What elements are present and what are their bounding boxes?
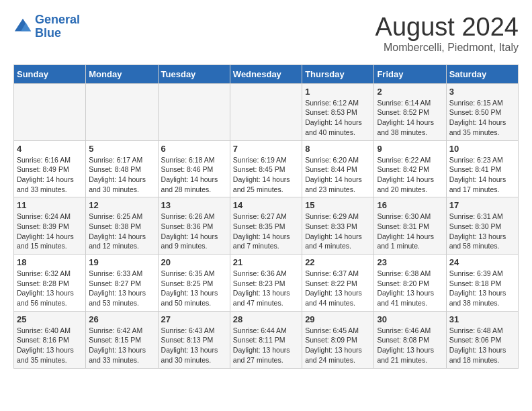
calendar-cell: 29Sunrise: 6:45 AM Sunset: 8:09 PM Dayli… <box>302 311 374 368</box>
day-number: 19 <box>89 257 154 267</box>
calendar-cell: 13Sunrise: 6:26 AM Sunset: 8:36 PM Dayli… <box>158 197 230 255</box>
day-info: Sunrise: 6:15 AM Sunset: 8:50 PM Dayligh… <box>449 98 515 138</box>
day-info: Sunrise: 6:35 AM Sunset: 8:25 PM Dayligh… <box>161 269 227 308</box>
calendar-cell: 4Sunrise: 6:16 AM Sunset: 8:49 PM Daylig… <box>14 140 86 197</box>
day-info: Sunrise: 6:18 AM Sunset: 8:46 PM Dayligh… <box>161 155 227 195</box>
day-number: 2 <box>377 87 443 97</box>
logo-text: General Blue <box>35 13 80 40</box>
day-info: Sunrise: 6:31 AM Sunset: 8:30 PM Dayligh… <box>449 212 515 251</box>
day-info: Sunrise: 6:20 AM Sunset: 8:44 PM Dayligh… <box>305 155 371 195</box>
day-info: Sunrise: 6:43 AM Sunset: 8:13 PM Dayligh… <box>161 326 227 365</box>
day-info: Sunrise: 6:36 AM Sunset: 8:23 PM Dayligh… <box>233 269 299 308</box>
day-info: Sunrise: 6:24 AM Sunset: 8:39 PM Dayligh… <box>17 212 83 251</box>
calendar-cell: 19Sunrise: 6:33 AM Sunset: 8:27 PM Dayli… <box>86 255 158 312</box>
day-number: 26 <box>89 314 154 324</box>
calendar-cell: 23Sunrise: 6:38 AM Sunset: 8:20 PM Dayli… <box>374 255 446 312</box>
day-info: Sunrise: 6:46 AM Sunset: 8:08 PM Dayligh… <box>377 326 443 365</box>
day-info: Sunrise: 6:12 AM Sunset: 8:53 PM Dayligh… <box>305 98 371 138</box>
day-info: Sunrise: 6:19 AM Sunset: 8:45 PM Dayligh… <box>233 155 299 195</box>
day-number: 31 <box>449 314 515 324</box>
day-number: 20 <box>161 257 227 267</box>
calendar-cell: 5Sunrise: 6:17 AM Sunset: 8:48 PM Daylig… <box>86 140 158 197</box>
calendar-cell: 25Sunrise: 6:40 AM Sunset: 8:16 PM Dayli… <box>14 311 86 368</box>
calendar-cell: 22Sunrise: 6:37 AM Sunset: 8:22 PM Dayli… <box>302 255 374 312</box>
day-number: 1 <box>305 87 371 97</box>
calendar-cell: 1Sunrise: 6:12 AM Sunset: 8:53 PM Daylig… <box>302 83 374 140</box>
day-info: Sunrise: 6:22 AM Sunset: 8:42 PM Dayligh… <box>377 155 443 195</box>
day-number: 5 <box>89 144 154 154</box>
day-number: 14 <box>233 200 299 210</box>
day-number: 18 <box>17 257 83 267</box>
day-info: Sunrise: 6:40 AM Sunset: 8:16 PM Dayligh… <box>17 326 83 365</box>
calendar-cell: 10Sunrise: 6:23 AM Sunset: 8:41 PM Dayli… <box>446 140 518 197</box>
day-info: Sunrise: 6:32 AM Sunset: 8:28 PM Dayligh… <box>17 269 83 308</box>
calendar-cell: 18Sunrise: 6:32 AM Sunset: 8:28 PM Dayli… <box>14 255 86 312</box>
day-number: 12 <box>89 200 154 210</box>
day-info: Sunrise: 6:14 AM Sunset: 8:52 PM Dayligh… <box>377 98 443 138</box>
day-header-monday: Monday <box>86 64 158 83</box>
day-number: 22 <box>305 257 371 267</box>
day-number: 28 <box>233 314 299 324</box>
calendar-cell: 31Sunrise: 6:48 AM Sunset: 8:06 PM Dayli… <box>446 311 518 368</box>
day-number: 16 <box>377 200 443 210</box>
day-info: Sunrise: 6:30 AM Sunset: 8:31 PM Dayligh… <box>377 212 443 251</box>
title-block: August 2024 Mombercelli, Piedmont, Italy <box>375 13 519 54</box>
day-header-wednesday: Wednesday <box>230 64 302 83</box>
day-number: 4 <box>17 144 83 154</box>
day-info: Sunrise: 6:26 AM Sunset: 8:36 PM Dayligh… <box>161 212 227 251</box>
day-info: Sunrise: 6:48 AM Sunset: 8:06 PM Dayligh… <box>449 326 515 365</box>
calendar-cell: 16Sunrise: 6:30 AM Sunset: 8:31 PM Dayli… <box>374 197 446 255</box>
calendar-cell: 11Sunrise: 6:24 AM Sunset: 8:39 PM Dayli… <box>14 197 86 255</box>
calendar-table: SundayMondayTuesdayWednesdayThursdayFrid… <box>13 64 519 369</box>
day-info: Sunrise: 6:38 AM Sunset: 8:20 PM Dayligh… <box>377 269 443 308</box>
calendar-cell: 2Sunrise: 6:14 AM Sunset: 8:52 PM Daylig… <box>374 83 446 140</box>
day-info: Sunrise: 6:42 AM Sunset: 8:15 PM Dayligh… <box>89 326 154 365</box>
calendar-cell <box>158 83 230 140</box>
calendar-cell: 14Sunrise: 6:27 AM Sunset: 8:35 PM Dayli… <box>230 197 302 255</box>
calendar-cell: 9Sunrise: 6:22 AM Sunset: 8:42 PM Daylig… <box>374 140 446 197</box>
day-number: 11 <box>17 200 83 210</box>
day-number: 8 <box>305 144 371 154</box>
day-info: Sunrise: 6:29 AM Sunset: 8:33 PM Dayligh… <box>305 212 371 251</box>
day-number: 25 <box>17 314 83 324</box>
day-info: Sunrise: 6:25 AM Sunset: 8:38 PM Dayligh… <box>89 212 154 251</box>
calendar-cell: 7Sunrise: 6:19 AM Sunset: 8:45 PM Daylig… <box>230 140 302 197</box>
logo-icon <box>13 17 32 36</box>
day-info: Sunrise: 6:33 AM Sunset: 8:27 PM Dayligh… <box>89 269 154 308</box>
calendar-cell: 8Sunrise: 6:20 AM Sunset: 8:44 PM Daylig… <box>302 140 374 197</box>
day-info: Sunrise: 6:27 AM Sunset: 8:35 PM Dayligh… <box>233 212 299 251</box>
day-header-sunday: Sunday <box>14 64 86 83</box>
day-info: Sunrise: 6:39 AM Sunset: 8:18 PM Dayligh… <box>449 269 515 308</box>
day-number: 7 <box>233 144 299 154</box>
calendar-cell: 27Sunrise: 6:43 AM Sunset: 8:13 PM Dayli… <box>158 311 230 368</box>
day-header-tuesday: Tuesday <box>158 64 230 83</box>
calendar-cell: 3Sunrise: 6:15 AM Sunset: 8:50 PM Daylig… <box>446 83 518 140</box>
calendar-week-row: 11Sunrise: 6:24 AM Sunset: 8:39 PM Dayli… <box>14 197 519 255</box>
calendar-week-row: 25Sunrise: 6:40 AM Sunset: 8:16 PM Dayli… <box>14 311 519 368</box>
calendar-cell: 20Sunrise: 6:35 AM Sunset: 8:25 PM Dayli… <box>158 255 230 312</box>
calendar-cell: 30Sunrise: 6:46 AM Sunset: 8:08 PM Dayli… <box>374 311 446 368</box>
day-header-friday: Friday <box>374 64 446 83</box>
day-number: 10 <box>449 144 515 154</box>
day-header-saturday: Saturday <box>446 64 518 83</box>
calendar-cell <box>230 83 302 140</box>
day-number: 29 <box>305 314 371 324</box>
calendar-week-row: 4Sunrise: 6:16 AM Sunset: 8:49 PM Daylig… <box>14 140 519 197</box>
day-info: Sunrise: 6:45 AM Sunset: 8:09 PM Dayligh… <box>305 326 371 365</box>
day-info: Sunrise: 6:17 AM Sunset: 8:48 PM Dayligh… <box>89 155 154 195</box>
logo: General Blue <box>13 13 80 40</box>
calendar-cell: 24Sunrise: 6:39 AM Sunset: 8:18 PM Dayli… <box>446 255 518 312</box>
calendar-week-row: 18Sunrise: 6:32 AM Sunset: 8:28 PM Dayli… <box>14 255 519 312</box>
day-number: 15 <box>305 200 371 210</box>
location: Mombercelli, Piedmont, Italy <box>375 42 519 54</box>
month-title: August 2024 <box>375 13 519 42</box>
day-info: Sunrise: 6:16 AM Sunset: 8:49 PM Dayligh… <box>17 155 83 195</box>
day-info: Sunrise: 6:37 AM Sunset: 8:22 PM Dayligh… <box>305 269 371 308</box>
calendar-cell <box>86 83 158 140</box>
calendar-cell: 26Sunrise: 6:42 AM Sunset: 8:15 PM Dayli… <box>86 311 158 368</box>
day-number: 24 <box>449 257 515 267</box>
calendar-header-row: SundayMondayTuesdayWednesdayThursdayFrid… <box>14 64 519 83</box>
day-number: 27 <box>161 314 227 324</box>
day-number: 30 <box>377 314 443 324</box>
day-number: 17 <box>449 200 515 210</box>
